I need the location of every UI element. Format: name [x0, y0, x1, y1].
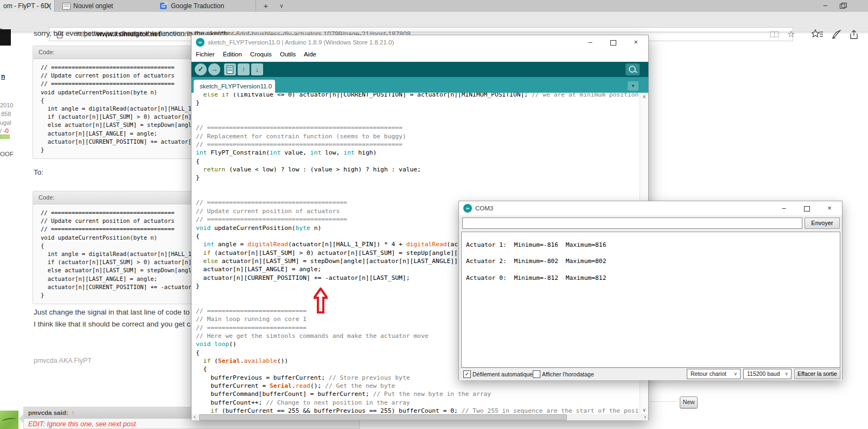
- quote-jump-arrow[interactable]: ↑: [72, 409, 75, 416]
- arduino-logo-icon: ∞: [463, 204, 472, 213]
- scroll-right-icon[interactable]: ›: [644, 413, 646, 420]
- menu-edition[interactable]: Édition: [223, 51, 242, 57]
- save-sketch-button[interactable]: ↓: [251, 63, 263, 75]
- scroll-up-icon[interactable]: ∧: [640, 94, 648, 99]
- new-tab-page-icon: [62, 3, 71, 10]
- menu-croquis[interactable]: Croquis: [250, 51, 272, 57]
- sidebar-message-count: 858: [1, 111, 11, 117]
- arduino-logo-icon: ∞: [196, 38, 205, 47]
- web-note-pen-icon[interactable]: [831, 29, 842, 40]
- share-icon[interactable]: [848, 29, 859, 40]
- scroll-down-icon[interactable]: ∨: [640, 407, 648, 413]
- line-ending-select[interactable]: Retour chariot ∨: [687, 369, 741, 379]
- timestamp-checkbox[interactable]: [533, 370, 540, 378]
- check-icon: ✓: [465, 371, 469, 377]
- post-comment-line-1: Just change the signal in that last line…: [34, 308, 207, 316]
- quote-pointer: [18, 414, 23, 423]
- serial-bottom-bar: ✓ Défilement automatique Afficher l'horo…: [459, 368, 842, 380]
- ratio-separator: /: [0, 127, 2, 134]
- quote-avatar: [0, 411, 18, 429]
- tab-list-chevron-icon[interactable]: ∨: [276, 0, 288, 12]
- arduino-window-title: sketch_FLYPTversion11.0 | Arduino 1.8.9 …: [208, 39, 394, 46]
- timestamp-label: Afficher l'horodatage: [542, 371, 594, 377]
- arduino-sketch-tab-strip: sketch_FLYPTversion11.0 ▼: [192, 77, 648, 93]
- tab-label: Nouvel onglet: [73, 0, 113, 12]
- serial-monitor-window: ∞ COM3 – × Envoyer Actuator 1: Minimum=-…: [458, 201, 843, 380]
- menu-fichier[interactable]: Fichier: [196, 51, 215, 57]
- maximize-icon: [610, 40, 616, 46]
- open-sketch-button[interactable]: ↑: [238, 63, 250, 75]
- sidebar-location-fragment: ugal: [0, 119, 11, 126]
- chevron-down-icon: ∨: [733, 369, 737, 379]
- line-ending-value: Retour chariot: [691, 370, 726, 377]
- arduino-toolbar: ✓ → ↑ ↓: [192, 62, 648, 77]
- chevron-down-icon: ∨: [784, 369, 788, 379]
- autoscroll-label: Défilement automatique: [473, 371, 533, 377]
- favorites-list-icon[interactable]: [812, 29, 824, 39]
- baud-rate-select[interactable]: 115200 baud ∨: [743, 369, 792, 379]
- maximize-icon: [804, 206, 810, 212]
- upload-button[interactable]: →: [208, 63, 220, 75]
- google-translate-icon: G: [160, 3, 167, 9]
- serial-output: Actuator 1: Minimum=-816 Maximum=816 Act…: [461, 232, 840, 368]
- serial-minimize-button[interactable]: –: [773, 201, 795, 215]
- quote-author-said: pmvcda said:: [28, 409, 68, 416]
- document-icon: [227, 66, 233, 74]
- browser-address-bar: https://www.xsimulator.net/community/thr…: [0, 12, 868, 31]
- divider-line: [650, 401, 678, 402]
- tab-label: Google Traduction: [171, 0, 224, 12]
- to-label: To:: [34, 168, 43, 176]
- tab-close-icon[interactable]: ×: [44, 0, 52, 12]
- browser-minimize-button[interactable]: –: [815, 0, 835, 12]
- reputation-bar: [0, 135, 10, 139]
- post-comment-line-2: I think like that it should be correct a…: [34, 320, 208, 328]
- horizontal-scrollbar[interactable]: ‹ ›: [192, 414, 648, 420]
- sidebar-ratio-fragment: / -0: [0, 127, 9, 134]
- arduino-maximize-button[interactable]: [602, 35, 624, 49]
- tab-flypt-thread[interactable]: om - FlyPT - 6D( ×: [0, 0, 54, 12]
- tab-nouvel-onglet[interactable]: Nouvel onglet: [54, 0, 153, 12]
- serial-close-button[interactable]: ×: [818, 201, 841, 215]
- autoscroll-checkbox[interactable]: ✓: [463, 370, 471, 378]
- tab-google-traduction[interactable]: G Google Traduction: [152, 0, 256, 12]
- new-posts-button[interactable]: New: [680, 396, 698, 408]
- scrollbar-thumb[interactable]: [199, 414, 567, 420]
- serial-window-title: COM3: [475, 205, 493, 212]
- arduino-title-bar[interactable]: ∞ sketch_FLYPTversion11.0 | Arduino 1.8.…: [192, 35, 648, 49]
- serial-title-bar[interactable]: ∞ COM3 – ×: [459, 201, 842, 215]
- arduino-menu-bar: Fichier Édition Croquis Outils Aide: [196, 51, 323, 57]
- toolbar-shadow: [0, 31, 868, 34]
- serial-input-field[interactable]: [462, 217, 802, 229]
- tab-dropdown-icon[interactable]: ▼: [628, 81, 639, 91]
- arduino-minimize-button[interactable]: –: [579, 35, 602, 49]
- baud-rate-value: 115200 baud: [747, 370, 780, 377]
- magnifier-icon: [629, 66, 636, 73]
- scroll-left-icon[interactable]: ‹: [194, 413, 196, 420]
- sidebar-joined-year: 2010: [0, 102, 13, 108]
- serial-monitor-button[interactable]: [626, 63, 640, 75]
- post-signature: pmvcda AKA FlyPT: [34, 357, 92, 364]
- ratio-value: -0: [3, 127, 9, 134]
- send-button[interactable]: Envoyer: [805, 217, 840, 229]
- new-tab-button[interactable]: +: [260, 0, 272, 12]
- sidebar-link-fragment[interactable]: n: [1, 73, 5, 80]
- clear-output-button[interactable]: Effacer la sortie: [794, 369, 840, 379]
- menu-aide[interactable]: Aide: [304, 51, 316, 57]
- browser-tab-strip: om - FlyPT - 6D( × Nouvel onglet G Googl…: [0, 0, 868, 12]
- verify-button[interactable]: ✓: [195, 63, 207, 75]
- browser-restore-icon[interactable]: [840, 3, 846, 8]
- new-sketch-button[interactable]: [224, 63, 236, 75]
- menu-outils[interactable]: Outils: [280, 51, 296, 57]
- sketch-tab[interactable]: sketch_FLYPTversion11.0: [194, 80, 275, 93]
- sidebar-rig-fragment: OOF: [0, 151, 14, 157]
- serial-maximize-button[interactable]: [795, 201, 818, 215]
- red-annotation-arrow: [314, 287, 328, 313]
- arduino-close-button[interactable]: ×: [624, 35, 647, 49]
